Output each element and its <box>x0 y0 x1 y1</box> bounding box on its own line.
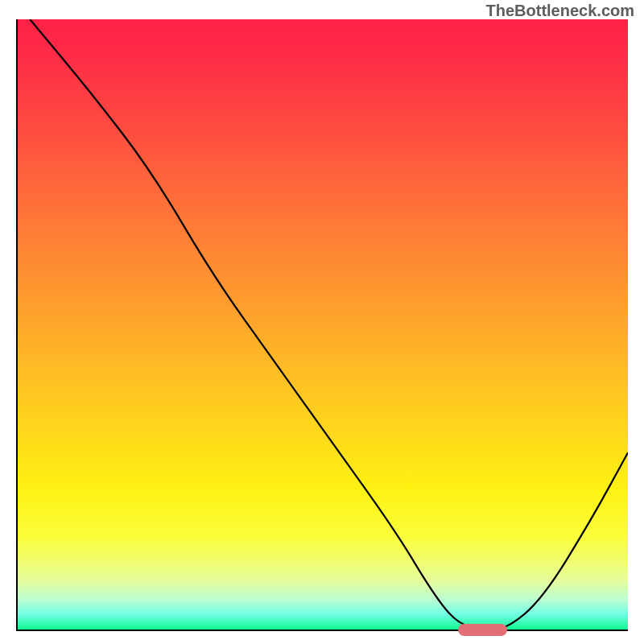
watermark-text: TheBottleneck.com <box>486 2 634 20</box>
chart-plot-area <box>16 19 628 631</box>
bottleneck-curve-line <box>30 19 628 630</box>
optimal-range-marker <box>458 624 507 636</box>
chart-curve-svg <box>18 19 628 630</box>
